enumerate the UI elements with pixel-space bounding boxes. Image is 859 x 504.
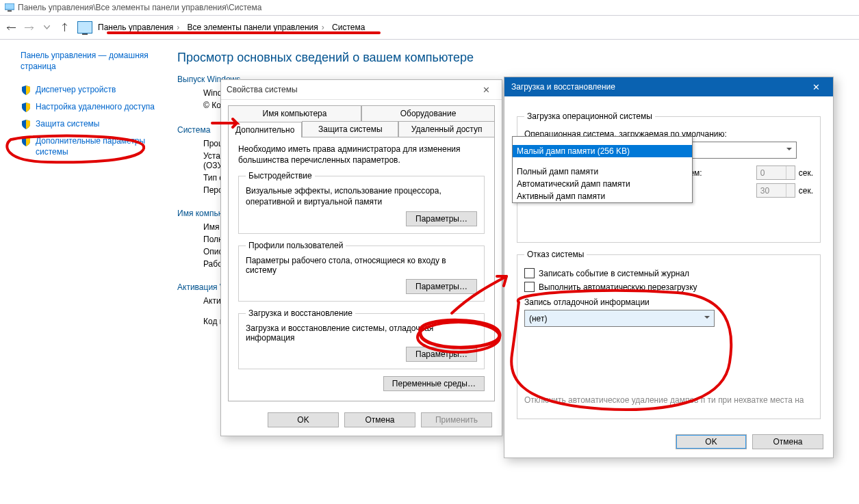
group-os-boot-legend: Загрузка операционной системы (524, 111, 655, 121)
group-profiles: Профили пользователей Параметры рабочего… (238, 241, 485, 302)
location-icon (77, 21, 92, 34)
recent-button[interactable] (38, 18, 55, 36)
side-device-manager[interactable]: Диспетчер устройств (21, 85, 168, 96)
tab-advanced[interactable]: Дополнительно (228, 122, 302, 137)
monitor-icon (4, 2, 15, 13)
dialog1-titlebar[interactable]: Свойства системы ✕ (221, 80, 502, 100)
tab-remote[interactable]: Удаленный доступ (398, 121, 495, 137)
spin-rec-seconds[interactable]: 30 (756, 183, 795, 198)
dump-select-dropdown[interactable]: Малый дамп памяти (256 KB) Полный дамп п… (512, 136, 693, 203)
dump-opt-hidden-top[interactable] (513, 137, 692, 145)
svg-rect-1 (8, 10, 12, 12)
dialog2-titlebar[interactable]: Загрузка и восстановление ✕ (504, 77, 833, 96)
up-button[interactable]: 🡑 (55, 18, 73, 36)
boot-params-button[interactable]: Параметры… (406, 347, 477, 362)
dump-select-value: (нет) (529, 314, 547, 323)
dialog1-note: Необходимо иметь права администратора дл… (238, 144, 485, 165)
side-remote[interactable]: Настройка удаленного доступа (21, 102, 168, 113)
chk-log-event-label: Записать событие в системный журнал (539, 269, 689, 278)
shield-icon (21, 136, 31, 147)
shield-icon (21, 102, 31, 113)
chk-auto-reboot[interactable] (524, 282, 535, 292)
dialog1-ok-button[interactable]: OK (268, 412, 339, 427)
side-protection[interactable]: Защита системы (21, 119, 168, 130)
group-failure-legend: Отказ системы (524, 250, 587, 259)
breadcrumb: Панель управления› Все элементы панели у… (97, 23, 366, 32)
group-boot: Загрузка и восстановление Загрузка и вос… (238, 308, 485, 369)
tab-computer-name[interactable]: Имя компьютера (228, 105, 361, 121)
side-panel: Панель управления — домашняя страница Ди… (0, 40, 173, 329)
breadcrumb-c[interactable]: Система (331, 21, 366, 34)
close-icon[interactable]: ✕ (476, 82, 496, 97)
side-home[interactable]: Панель управления — домашняя страница (21, 51, 168, 72)
prof-params-button[interactable]: Параметры… (406, 279, 477, 294)
dump-opt-small[interactable]: Малый дамп памяти (256 KB) (513, 145, 692, 157)
shield-icon (21, 119, 31, 130)
prof-text: Параметры рабочего стола, относящиеся ко… (246, 256, 477, 275)
group-failure: Отказ системы Записать событие в системн… (517, 250, 821, 419)
dump-label: Запись отладочной информации (524, 297, 813, 307)
dump-opt-hidden-mid[interactable] (513, 157, 692, 165)
dump-opt-full[interactable]: Полный дамп памяти (513, 165, 692, 178)
group-boot-legend: Загрузка и восстановление (246, 308, 355, 318)
dialog2-ok-button[interactable]: OK (676, 434, 747, 449)
dialog1-apply-button[interactable]: Применить (421, 412, 492, 427)
dialog2-title: Загрузка и восстановление (511, 82, 615, 92)
env-vars-button[interactable]: Переменные среды… (383, 376, 485, 391)
dialog-startup-recovery: Загрузка и восстановление ✕ Загрузка опе… (504, 77, 834, 458)
dialog1-title: Свойства системы (227, 85, 298, 94)
dialog2-cancel-button[interactable]: Отмена (752, 434, 823, 449)
forward-button[interactable]: 🡒 (20, 18, 38, 36)
close-icon[interactable]: ✕ (806, 79, 826, 94)
window-title-bar: Панель управления\Все элементы панели уп… (0, 0, 859, 16)
page-title: Просмотр основных сведений о вашем компь… (177, 51, 859, 65)
window-title: Панель управления\Все элементы панели уп… (18, 3, 261, 12)
dump-opt-auto[interactable]: Автоматический дамп памяти (513, 178, 692, 190)
dump-opt-active[interactable]: Активный дамп памяти (513, 190, 692, 202)
address-bar: 🡐 🡒 🡑 Панель управления› Все элементы па… (0, 16, 859, 40)
sec-label: сек. (799, 186, 813, 196)
back-button[interactable]: 🡐 (2, 18, 20, 36)
group-performance: Быстродействие Визуальные эффекты, испол… (238, 171, 485, 234)
breadcrumb-b[interactable]: Все элементы панели управления (186, 21, 320, 34)
dump-select[interactable]: (нет) (524, 310, 715, 327)
chk-auto-reboot-label: Выполнить автоматическую перезагрузку (539, 282, 697, 292)
dialog1-cancel-button[interactable]: Отмена (344, 412, 415, 427)
side-advanced[interactable]: Дополнительные параметры системы (21, 136, 168, 157)
chk-log-event[interactable] (524, 268, 535, 278)
tab-hardware[interactable]: Оборудование (361, 105, 495, 121)
breadcrumb-a[interactable]: Панель управления (97, 21, 175, 34)
dialog-system-properties: Свойства системы ✕ Имя компьютера Оборуд… (220, 79, 502, 436)
perf-params-button[interactable]: Параметры… (406, 211, 477, 226)
dump-ghost-text: Отключить автоматическое удаление дампов… (524, 395, 813, 406)
perf-text: Визуальные эффекты, использование процес… (246, 186, 477, 207)
group-profiles-legend: Профили пользователей (246, 241, 346, 250)
svg-rect-0 (5, 3, 14, 10)
shield-icon (21, 85, 31, 96)
spin-os-seconds[interactable]: 0 (756, 165, 795, 180)
group-performance-legend: Быстродействие (246, 171, 315, 181)
sec-label: сек. (799, 168, 813, 178)
tab-protection[interactable]: Защита системы (302, 121, 398, 137)
boot-text: Загрузка и восстановление системы, отлад… (246, 323, 477, 343)
